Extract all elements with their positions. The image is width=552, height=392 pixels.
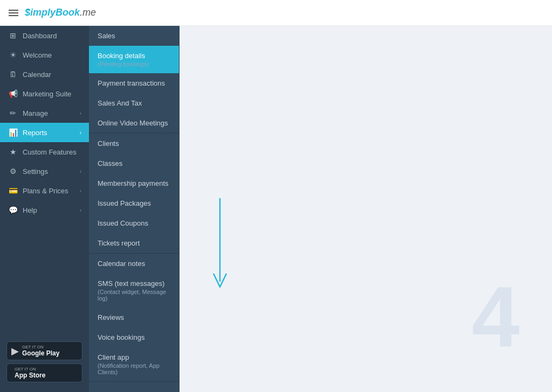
submenu-item-online-video[interactable]: Online Video Meetings: [89, 113, 179, 133]
settings-icon: ⚙: [8, 167, 18, 176]
sidebar-label-welcome: Welcome: [23, 51, 81, 59]
sidebar-item-settings[interactable]: ⚙ Settings ›: [0, 162, 89, 181]
sidebar-item-plans[interactable]: 💳 Plans & Prices ›: [0, 181, 89, 200]
google-play-badge[interactable]: ▶ GET IT ON Google Play: [6, 341, 82, 360]
plans-chevron-icon: ›: [80, 188, 81, 194]
sidebar-label-reports: Reports: [23, 129, 80, 137]
sidebar-item-help[interactable]: 💬 Help ›: [0, 200, 89, 220]
submenu-item-membership-payments[interactable]: Membership payments: [89, 173, 179, 193]
logo-me: .me: [80, 7, 96, 18]
submenu-item-sales-and-tax[interactable]: Sales And Tax: [89, 93, 179, 113]
custom-icon: ★: [8, 148, 18, 156]
app-store-text: GET IT ON App Store: [15, 367, 45, 379]
submenu-item-payment-transactions[interactable]: Payment transactions: [89, 73, 179, 93]
sidebar-label-plans: Plans & Prices: [23, 187, 80, 195]
sidebar-label-marketing: Marketing Suite: [23, 90, 81, 98]
sidebar-item-marketing[interactable]: 📢 Marketing Suite: [0, 84, 89, 103]
settings-chevron-icon: ›: [80, 169, 81, 174]
sidebar-item-custom[interactable]: ★ Custom Features: [0, 142, 89, 162]
sidebar-item-dashboard[interactable]: ⊞ Dashboard: [0, 26, 89, 45]
sidebar-label-help: Help: [23, 206, 80, 214]
sidebar: ⊞ Dashboard ☀ Welcome 🗓 Calendar 📢 Marke…: [0, 26, 89, 392]
app-store-badge[interactable]: GET IT ON App Store: [6, 363, 82, 382]
submenu-item-classes[interactable]: Classes: [89, 153, 179, 173]
sidebar-label-settings: Settings: [23, 167, 80, 176]
reports-chevron-icon: ‹: [80, 130, 81, 136]
submenu-item-calendar-notes[interactable]: Calendar notes: [89, 254, 179, 274]
watermark-number: 4: [472, 274, 520, 360]
content-area: 4: [180, 26, 552, 392]
sidebar-label-manage: Manage: [23, 109, 80, 117]
sidebar-item-welcome[interactable]: ☀ Welcome: [0, 45, 89, 65]
submenu-item-issued-coupons[interactable]: Issued Coupons: [89, 213, 179, 233]
submenu-item-issued-packages[interactable]: Issued Packages: [89, 193, 179, 213]
google-play-text: GET IT ON Google Play: [22, 345, 59, 357]
submenu-section-sales: Sales Booking details (Pending bookings)…: [89, 26, 179, 134]
submenu-item-clients[interactable]: Clients: [89, 134, 179, 153]
manage-chevron-icon: ›: [80, 110, 81, 116]
reports-icon: 📊: [8, 128, 18, 137]
submenu-section-clients: Clients Classes Membership payments Issu…: [89, 134, 179, 254]
calendar-icon: 🗓: [8, 70, 18, 79]
welcome-icon: ☀: [8, 51, 18, 59]
arrow-annotation: [209, 198, 231, 297]
submenu-item-sales[interactable]: Sales: [89, 26, 179, 46]
manage-icon: ✏: [8, 109, 18, 117]
logo: $implyBook .me: [25, 7, 96, 18]
submenu-item-sms[interactable]: SMS (text messages) (Contact widget, Mes…: [89, 274, 179, 307]
submenu-item-reviews[interactable]: Reviews: [89, 307, 179, 327]
submenu-item-voice-bookings[interactable]: Voice bookings: [89, 327, 179, 347]
sidebar-item-manage[interactable]: ✏ Manage ›: [0, 103, 89, 123]
submenu-item-client-app[interactable]: Client app (Notification report, App Cli…: [89, 347, 179, 381]
sidebar-item-reports[interactable]: 📊 Reports ‹: [0, 123, 89, 142]
submenu-item-booking-details[interactable]: Booking details (Pending bookings): [89, 46, 179, 73]
google-play-icon: ▶: [11, 345, 19, 357]
submenu-item-tickets-report[interactable]: Tickets report: [89, 233, 179, 253]
help-chevron-icon: ›: [80, 207, 81, 213]
submenu-section-calendar: Calendar notes SMS (text messages) (Cont…: [89, 254, 179, 382]
plans-icon: 💳: [8, 186, 18, 195]
hamburger-menu[interactable]: [9, 8, 18, 18]
dashboard-icon: ⊞: [8, 31, 18, 40]
sidebar-label-calendar: Calendar: [23, 71, 81, 79]
sidebar-label-custom: Custom Features: [23, 148, 81, 156]
sidebar-item-calendar[interactable]: 🗓 Calendar: [0, 65, 89, 84]
sidebar-bottom: ▶ GET IT ON Google Play GET IT ON App St…: [0, 335, 89, 392]
sidebar-label-dashboard: Dashboard: [23, 32, 81, 40]
help-icon: 💬: [8, 206, 18, 214]
top-header: $implyBook .me: [0, 0, 552, 26]
main-layout: ⊞ Dashboard ☀ Welcome 🗓 Calendar 📢 Marke…: [0, 26, 552, 392]
marketing-icon: 📢: [8, 89, 18, 98]
logo-simply: $implyBook: [25, 7, 80, 18]
reports-submenu: Sales Booking details (Pending bookings)…: [89, 26, 180, 392]
